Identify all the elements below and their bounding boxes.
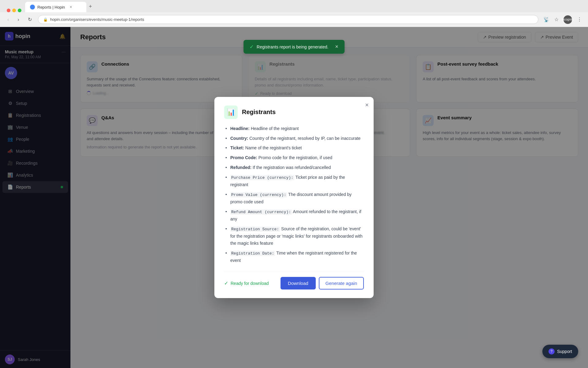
field-purchase-price: Purchase Price (currency): Ticket price …	[225, 174, 364, 189]
modal-icon: 📊	[224, 105, 238, 119]
modal-title: Registrants	[242, 109, 276, 116]
field-headline: Headline: Headline of the registrant	[225, 125, 364, 132]
forward-button[interactable]: ›	[15, 16, 21, 24]
browser-actions: 📡 ☆ Incognito ⋮	[542, 14, 583, 25]
tab-title: Reports | Hopin	[37, 5, 65, 10]
modal-actions: Download Generate again	[281, 277, 364, 289]
cast-button[interactable]: 📡	[542, 15, 551, 24]
field-promo-value: Promo Value (currency): The discount amo…	[225, 191, 364, 206]
modal-body: Headline: Headline of the registrant Cou…	[224, 125, 364, 264]
browser-chrome: Reports | Hopin × + ‹ › ↻ 🔒 hopin.com/or…	[0, 0, 588, 27]
incognito-label: Incognito	[562, 18, 574, 21]
tab-favicon	[30, 5, 35, 10]
modal-overlay[interactable]: × 📊 Registrants Headline: Headline of th…	[0, 27, 588, 368]
field-refund-amount: Refund Amount (currency): Amount refunde…	[225, 208, 364, 223]
url-text: hopin.com/organisers/events/music-meetup…	[50, 17, 144, 22]
maximize-window-button[interactable]	[18, 9, 21, 12]
ready-check-icon: ✓	[224, 280, 228, 286]
modal-footer: ✓ Ready for download Download Generate a…	[224, 272, 364, 289]
active-browser-tab[interactable]: Reports | Hopin ×	[25, 2, 86, 12]
support-label: Support	[557, 349, 572, 354]
address-bar[interactable]: 🔒 hopin.com/organisers/events/music-meet…	[38, 15, 538, 24]
profile-button[interactable]: Incognito	[562, 14, 573, 25]
field-registration-source: Registration Source: Source of the regis…	[225, 225, 364, 247]
download-button[interactable]: Download	[281, 277, 316, 289]
toast-check-icon: ✓	[250, 44, 254, 50]
modal-header: 📊 Registrants	[224, 105, 364, 119]
field-country: Country: Country of the registrant, reso…	[225, 135, 364, 142]
bookmark-button[interactable]: ☆	[553, 15, 560, 24]
support-icon: ?	[548, 348, 555, 355]
reload-button[interactable]: ↻	[25, 15, 34, 24]
field-refunded: Refunded: If the registration was refund…	[225, 164, 364, 171]
toast-notification: ✓ Registrants report is being generated.…	[243, 40, 345, 54]
modal-fields-list: Headline: Headline of the registrant Cou…	[224, 125, 364, 264]
minimize-window-button[interactable]	[12, 9, 16, 12]
modal-status: ✓ Ready for download	[224, 280, 269, 286]
toast-close-button[interactable]: ×	[335, 44, 338, 50]
secure-icon: 🔒	[43, 17, 48, 22]
support-button[interactable]: ? Support	[542, 345, 578, 358]
more-button[interactable]: ⋮	[576, 15, 583, 24]
traffic-lights	[3, 9, 25, 12]
modal-status-text: Ready for download	[231, 281, 269, 286]
back-button[interactable]: ‹	[5, 16, 11, 24]
browser-tabs: Reports | Hopin × +	[0, 0, 588, 12]
toast-message: Registrants report is being generated.	[257, 44, 328, 49]
browser-toolbar: ‹ › ↻ 🔒 hopin.com/organisers/events/musi…	[0, 12, 588, 27]
close-window-button[interactable]	[7, 9, 10, 12]
field-ticket: Ticket: Name of the registrant's ticket	[225, 144, 364, 152]
modal-close-button[interactable]: ×	[365, 102, 369, 108]
new-tab-button[interactable]: +	[86, 1, 95, 12]
field-promo-code: Promo Code: Promo code for the registrat…	[225, 154, 364, 162]
registrants-modal: × 📊 Registrants Headline: Headline of th…	[214, 97, 374, 298]
field-registration-date: Registration Date: Time when the registr…	[225, 250, 364, 264]
tab-close-button[interactable]: ×	[70, 5, 72, 9]
generate-again-button[interactable]: Generate again	[319, 277, 364, 289]
incognito-badge: Incognito	[564, 15, 572, 24]
